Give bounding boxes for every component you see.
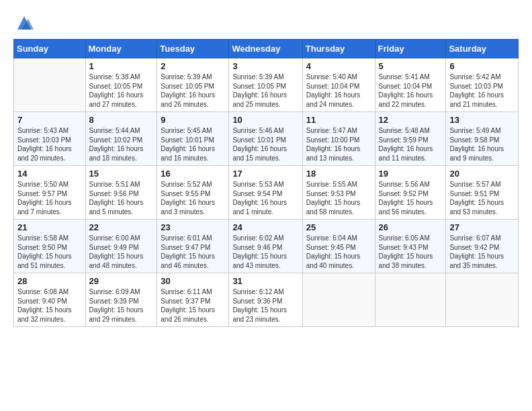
cell-info: Sunrise: 5:47 AM Sunset: 10:00 PM Daylig… <box>306 126 371 163</box>
calendar-cell <box>375 273 446 327</box>
calendar-header-row: SundayMondayTuesdayWednesdayThursdayFrid… <box>14 40 519 58</box>
calendar-cell: 28Sunrise: 6:08 AM Sunset: 9:40 PM Dayli… <box>14 273 86 327</box>
calendar-cell: 2Sunrise: 5:39 AM Sunset: 10:05 PM Dayli… <box>157 58 229 112</box>
day-number: 18 <box>306 169 371 179</box>
cell-info: Sunrise: 5:38 AM Sunset: 10:05 PM Daylig… <box>89 73 154 109</box>
day-number: 14 <box>17 169 82 179</box>
calendar-week-row: 7Sunrise: 5:43 AM Sunset: 10:03 PM Dayli… <box>14 112 519 166</box>
calendar-cell: 16Sunrise: 5:52 AM Sunset: 9:55 PM Dayli… <box>157 166 229 220</box>
day-number: 1 <box>89 61 154 71</box>
cell-info: Sunrise: 5:41 AM Sunset: 10:04 PM Daylig… <box>379 73 443 109</box>
day-number: 5 <box>379 61 443 71</box>
header <box>13 11 519 32</box>
calendar-cell: 26Sunrise: 6:05 AM Sunset: 9:43 PM Dayli… <box>375 220 446 273</box>
cell-info: Sunrise: 5:55 AM Sunset: 9:53 PM Dayligh… <box>306 180 371 216</box>
calendar-cell: 31Sunrise: 6:12 AM Sunset: 9:36 PM Dayli… <box>229 273 302 327</box>
calendar-cell <box>14 58 86 112</box>
cell-info: Sunrise: 6:09 AM Sunset: 9:39 PM Dayligh… <box>89 287 154 324</box>
calendar-cell <box>302 273 375 327</box>
calendar-cell: 22Sunrise: 6:00 AM Sunset: 9:49 PM Dayli… <box>85 220 157 273</box>
day-number: 12 <box>379 115 443 125</box>
cell-info: Sunrise: 5:58 AM Sunset: 9:50 PM Dayligh… <box>17 234 82 270</box>
logo <box>13 13 34 32</box>
logo-icon <box>15 13 34 32</box>
day-number: 25 <box>306 222 371 232</box>
day-number: 9 <box>161 115 225 125</box>
cell-info: Sunrise: 5:40 AM Sunset: 10:04 PM Daylig… <box>306 73 371 109</box>
calendar-cell: 17Sunrise: 5:53 AM Sunset: 9:54 PM Dayli… <box>229 166 302 220</box>
day-number: 4 <box>306 61 371 71</box>
cell-info: Sunrise: 5:53 AM Sunset: 9:54 PM Dayligh… <box>232 180 298 216</box>
cell-info: Sunrise: 5:52 AM Sunset: 9:55 PM Dayligh… <box>161 180 225 216</box>
day-of-week-header: Monday <box>85 40 157 58</box>
day-number: 21 <box>17 222 82 232</box>
day-number: 15 <box>89 169 154 179</box>
calendar-week-row: 14Sunrise: 5:50 AM Sunset: 9:57 PM Dayli… <box>14 166 519 220</box>
cell-info: Sunrise: 5:39 AM Sunset: 10:05 PM Daylig… <box>161 73 225 109</box>
day-of-week-header: Sunday <box>14 40 86 58</box>
calendar-cell: 23Sunrise: 6:01 AM Sunset: 9:47 PM Dayli… <box>157 220 229 273</box>
calendar-week-row: 21Sunrise: 5:58 AM Sunset: 9:50 PM Dayli… <box>14 220 519 273</box>
calendar-cell: 12Sunrise: 5:48 AM Sunset: 9:59 PM Dayli… <box>375 112 446 166</box>
calendar-cell: 14Sunrise: 5:50 AM Sunset: 9:57 PM Dayli… <box>14 166 86 220</box>
calendar-cell: 18Sunrise: 5:55 AM Sunset: 9:53 PM Dayli… <box>302 166 375 220</box>
calendar-cell: 5Sunrise: 5:41 AM Sunset: 10:04 PM Dayli… <box>375 58 446 112</box>
day-number: 2 <box>161 61 225 71</box>
day-number: 20 <box>449 169 515 179</box>
cell-info: Sunrise: 5:45 AM Sunset: 10:01 PM Daylig… <box>161 126 225 163</box>
calendar-cell: 20Sunrise: 5:57 AM Sunset: 9:51 PM Dayli… <box>446 166 519 220</box>
day-of-week-header: Friday <box>375 40 446 58</box>
cell-info: Sunrise: 5:51 AM Sunset: 9:56 PM Dayligh… <box>89 180 154 216</box>
day-number: 29 <box>89 276 154 286</box>
cell-info: Sunrise: 5:57 AM Sunset: 9:51 PM Dayligh… <box>449 180 515 216</box>
cell-info: Sunrise: 6:04 AM Sunset: 9:45 PM Dayligh… <box>306 234 371 270</box>
day-number: 23 <box>161 222 225 232</box>
cell-info: Sunrise: 6:01 AM Sunset: 9:47 PM Dayligh… <box>161 234 225 270</box>
calendar-cell: 30Sunrise: 6:11 AM Sunset: 9:37 PM Dayli… <box>157 273 229 327</box>
day-of-week-header: Tuesday <box>157 40 229 58</box>
day-number: 27 <box>449 222 515 232</box>
day-number: 19 <box>379 169 443 179</box>
cell-info: Sunrise: 6:07 AM Sunset: 9:42 PM Dayligh… <box>449 234 515 270</box>
cell-info: Sunrise: 5:44 AM Sunset: 10:02 PM Daylig… <box>89 126 154 163</box>
calendar-cell: 10Sunrise: 5:46 AM Sunset: 10:01 PM Dayl… <box>229 112 302 166</box>
day-number: 10 <box>232 115 298 125</box>
calendar-week-row: 28Sunrise: 6:08 AM Sunset: 9:40 PM Dayli… <box>14 273 519 327</box>
day-number: 26 <box>379 222 443 232</box>
calendar-cell: 19Sunrise: 5:56 AM Sunset: 9:52 PM Dayli… <box>375 166 446 220</box>
calendar-cell: 7Sunrise: 5:43 AM Sunset: 10:03 PM Dayli… <box>14 112 86 166</box>
calendar-cell: 13Sunrise: 5:49 AM Sunset: 9:58 PM Dayli… <box>446 112 519 166</box>
calendar-cell: 21Sunrise: 5:58 AM Sunset: 9:50 PM Dayli… <box>14 220 86 273</box>
calendar-cell: 25Sunrise: 6:04 AM Sunset: 9:45 PM Dayli… <box>302 220 375 273</box>
day-number: 13 <box>449 115 515 125</box>
day-number: 7 <box>17 115 82 125</box>
calendar: SundayMondayTuesdayWednesdayThursdayFrid… <box>13 39 519 327</box>
cell-info: Sunrise: 5:43 AM Sunset: 10:03 PM Daylig… <box>17 126 82 163</box>
cell-info: Sunrise: 5:39 AM Sunset: 10:05 PM Daylig… <box>232 73 298 109</box>
page: SundayMondayTuesdayWednesdayThursdayFrid… <box>0 0 532 340</box>
day-of-week-header: Thursday <box>302 40 375 58</box>
cell-info: Sunrise: 6:08 AM Sunset: 9:40 PM Dayligh… <box>17 287 82 324</box>
day-number: 24 <box>232 222 298 232</box>
calendar-cell: 9Sunrise: 5:45 AM Sunset: 10:01 PM Dayli… <box>157 112 229 166</box>
cell-info: Sunrise: 5:48 AM Sunset: 9:59 PM Dayligh… <box>379 126 443 163</box>
cell-info: Sunrise: 6:02 AM Sunset: 9:46 PM Dayligh… <box>232 234 298 270</box>
calendar-cell: 8Sunrise: 5:44 AM Sunset: 10:02 PM Dayli… <box>85 112 157 166</box>
cell-info: Sunrise: 6:05 AM Sunset: 9:43 PM Dayligh… <box>379 234 443 270</box>
day-of-week-header: Saturday <box>446 40 519 58</box>
calendar-cell <box>446 273 519 327</box>
cell-info: Sunrise: 6:12 AM Sunset: 9:36 PM Dayligh… <box>232 287 298 324</box>
day-number: 28 <box>17 276 82 286</box>
day-number: 30 <box>161 276 225 286</box>
day-number: 6 <box>449 61 515 71</box>
day-number: 17 <box>232 169 298 179</box>
day-of-week-header: Wednesday <box>229 40 302 58</box>
calendar-cell: 3Sunrise: 5:39 AM Sunset: 10:05 PM Dayli… <box>229 58 302 112</box>
calendar-cell: 29Sunrise: 6:09 AM Sunset: 9:39 PM Dayli… <box>85 273 157 327</box>
day-number: 31 <box>232 276 298 286</box>
cell-info: Sunrise: 5:56 AM Sunset: 9:52 PM Dayligh… <box>379 180 443 216</box>
cell-info: Sunrise: 5:42 AM Sunset: 10:03 PM Daylig… <box>449 73 515 109</box>
day-number: 3 <box>232 61 298 71</box>
cell-info: Sunrise: 6:11 AM Sunset: 9:37 PM Dayligh… <box>161 287 225 324</box>
day-number: 16 <box>161 169 225 179</box>
